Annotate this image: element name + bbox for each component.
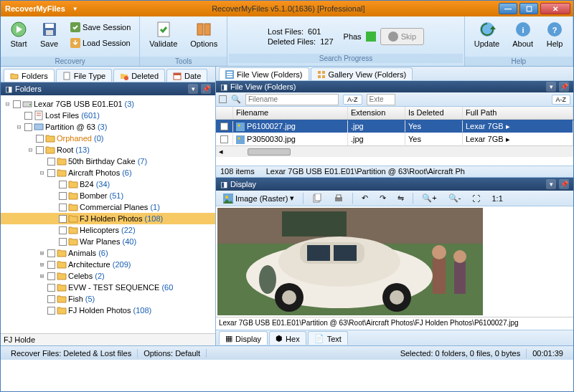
tree-node[interactable]: 50th Birthday Cake (7) xyxy=(1,156,215,167)
tree-node[interactable]: ⊟ Root (13) xyxy=(1,144,215,156)
tree-checkbox[interactable] xyxy=(47,272,55,280)
tab-hex[interactable]: ⬢Hex xyxy=(269,331,306,345)
about-button[interactable]: i About xyxy=(507,19,538,50)
tree-checkbox[interactable] xyxy=(47,158,55,166)
file-row[interactable]: P6100027.jpg .jpg Yes Lexar 7GB ▸ xyxy=(216,120,573,133)
load-session-button[interactable]: Load Session xyxy=(66,36,135,50)
tree-node[interactable]: FJ Holden Photos (108) xyxy=(1,305,215,316)
close-button[interactable]: ✕ xyxy=(540,3,570,14)
tree-node[interactable]: Orphaned (0) xyxy=(1,133,215,144)
tree-checkbox[interactable] xyxy=(47,295,55,303)
row-checkbox[interactable] xyxy=(220,123,228,130)
tree-twisty[interactable]: ⊞ xyxy=(38,272,46,279)
tree-checkbox[interactable] xyxy=(59,192,67,200)
tab-deleted[interactable]: Deleted xyxy=(113,69,165,82)
tree-checkbox[interactable] xyxy=(36,146,44,154)
tool-fit[interactable]: ⛶ xyxy=(468,192,484,205)
tree-checkbox[interactable] xyxy=(24,123,32,131)
h-scrollbar[interactable]: ◂ xyxy=(216,145,573,157)
file-row[interactable]: P3050030.jpg .jpg Yes Lexar 7GB ▸ xyxy=(216,133,573,145)
col-path[interactable]: Full Path xyxy=(463,107,573,119)
validate-button[interactable]: Validate xyxy=(144,19,182,50)
tree-checkbox[interactable] xyxy=(59,181,67,188)
tree-node[interactable]: ⊟ Aircraft Photos (6) xyxy=(1,167,215,178)
tab-fileview[interactable]: File View (Folders) xyxy=(219,67,309,80)
tree-node[interactable]: ⊞ Celebs (2) xyxy=(1,270,215,282)
help-button[interactable]: ? Help xyxy=(541,19,568,50)
panel-pin-button[interactable]: 📌 xyxy=(201,84,211,94)
tab-text[interactable]: 📄Text xyxy=(308,331,348,345)
tree-twisty[interactable]: ⊟ xyxy=(4,100,11,107)
ext-filter-input[interactable] xyxy=(367,94,395,105)
tree-twisty[interactable]: ⊞ xyxy=(38,249,46,257)
col-deleted[interactable]: Is Deleted xyxy=(405,107,463,119)
tree-twisty[interactable]: ⊟ xyxy=(15,123,23,130)
tool-actual[interactable]: 1:1 xyxy=(487,192,507,205)
tree-node[interactable]: FJ Holden Photos (108) xyxy=(1,213,215,224)
tree-checkbox[interactable] xyxy=(47,249,55,257)
col-filename[interactable]: Filename xyxy=(233,107,348,119)
tree-twisty[interactable]: ⊞ xyxy=(38,261,46,268)
tree-checkbox[interactable] xyxy=(13,100,21,108)
minimize-button[interactable]: — xyxy=(499,3,517,14)
fv-pin-button[interactable]: 📌 xyxy=(559,82,569,92)
disp-pin-button[interactable]: 📌 xyxy=(559,179,569,189)
tab-gallery[interactable]: Gallery View (Folders) xyxy=(311,67,413,80)
filename-filter-input[interactable] xyxy=(245,94,339,105)
tree-checkbox[interactable] xyxy=(47,169,55,177)
tree-node[interactable]: ⊟ Lexar 7GB USB E01.E01 (3) xyxy=(1,98,215,110)
image-mode-button[interactable]: Image (Raster)▾ xyxy=(219,191,298,206)
tree-checkbox[interactable] xyxy=(59,204,67,211)
tree-node[interactable]: ⊞ Animals (6) xyxy=(1,247,215,259)
update-button[interactable]: Update xyxy=(469,19,504,50)
chevron-down-icon[interactable]: ▼ xyxy=(72,6,78,12)
start-button[interactable]: Start xyxy=(5,19,32,50)
save-session-button[interactable]: Save Session xyxy=(66,20,135,34)
panel-menu-button[interactable]: ▾ xyxy=(188,84,198,94)
tool-zoom-in[interactable]: 🔍+ xyxy=(418,191,441,205)
file-list-header[interactable]: Filename Extension Is Deleted Full Path xyxy=(216,107,573,120)
tree-checkbox[interactable] xyxy=(24,112,32,120)
tool-rotate-r[interactable]: ↷ xyxy=(375,191,390,205)
tree-node[interactable]: ⊞ Architecture (209) xyxy=(1,259,215,270)
tool-zoom-out[interactable]: 🔍- xyxy=(444,191,466,205)
tree-twisty[interactable]: ⊟ xyxy=(38,169,46,176)
tree-checkbox[interactable] xyxy=(47,261,55,269)
fv-menu-button[interactable]: ▾ xyxy=(546,82,556,92)
tree-node[interactable]: Lost Files (601) xyxy=(1,110,215,121)
maximize-button[interactable]: ☐ xyxy=(519,3,538,14)
tree-node[interactable]: War Planes (40) xyxy=(1,236,215,247)
disp-menu-button[interactable]: ▾ xyxy=(546,179,556,189)
tree-node[interactable]: Helicopters (22) xyxy=(1,224,215,236)
tool-copy[interactable] xyxy=(308,191,326,206)
tree-twisty[interactable]: ⊟ xyxy=(27,146,34,153)
tab-display[interactable]: ▦Display xyxy=(219,331,268,345)
tab-folders[interactable]: Folders xyxy=(4,69,55,82)
tool-rotate-l[interactable]: ↶ xyxy=(357,191,372,205)
options-button[interactable]: Options xyxy=(185,19,222,50)
tree-node[interactable]: B24 (34) xyxy=(1,178,215,190)
sort-az-button[interactable]: A-Z xyxy=(343,95,362,105)
col-extension[interactable]: Extension xyxy=(348,107,405,119)
tree-checkbox[interactable] xyxy=(36,135,44,143)
tree-checkbox[interactable] xyxy=(47,284,55,292)
tree-checkbox[interactable] xyxy=(59,226,67,234)
filter-check[interactable] xyxy=(219,95,227,103)
skip-button[interactable]: Skip xyxy=(380,28,424,45)
tree-node[interactable]: Bomber (51) xyxy=(1,190,215,201)
tree-checkbox[interactable] xyxy=(47,307,55,315)
tool-flip[interactable]: ⇋ xyxy=(393,191,408,205)
tab-date[interactable]: Date xyxy=(166,69,207,82)
sort-az-button-2[interactable]: A-Z xyxy=(552,95,571,105)
folder-tree[interactable]: ⊟ Lexar 7GB USB E01.E01 (3) Lost Files (… xyxy=(1,95,215,333)
tree-checkbox[interactable] xyxy=(59,215,67,223)
tab-filetype[interactable]: File Type xyxy=(56,69,112,82)
tree-node[interactable]: Fish (5) xyxy=(1,293,215,305)
tree-node[interactable]: Commercial Planes (1) xyxy=(1,201,215,213)
row-checkbox[interactable] xyxy=(220,135,228,143)
tool-print[interactable] xyxy=(329,191,348,206)
tree-node[interactable]: EVW - TEST SEQUENCE (60 xyxy=(1,282,215,293)
save-button[interactable]: Save xyxy=(35,19,63,50)
tree-checkbox[interactable] xyxy=(59,238,67,246)
tree-node[interactable]: ⊟ Partition @ 63 (3) xyxy=(1,121,215,133)
